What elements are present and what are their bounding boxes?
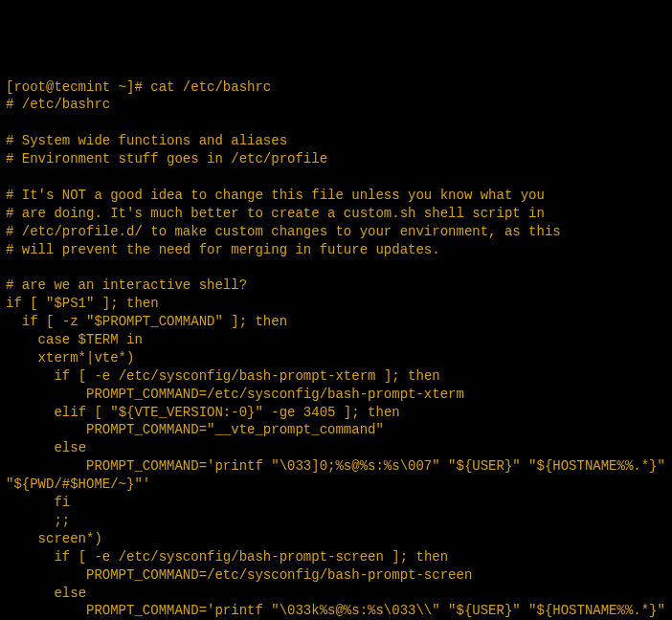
output-line: PROMPT_COMMAND="__vte_prompt_command"	[6, 422, 384, 437]
output-line: PROMPT_COMMAND=/etc/sysconfig/bash-promp…	[6, 387, 464, 402]
output-line: if [ -e /etc/sysconfig/bash-prompt-scree…	[6, 549, 448, 565]
output-line: # System wide functions and aliases	[6, 133, 287, 148]
output-line: # are we an interactive shell?	[6, 277, 247, 293]
output-line: # will prevent the need for merging in f…	[6, 242, 440, 257]
command-prompt: [root@tecmint ~]# cat /etc/bashrc	[6, 79, 271, 95]
output-line: else	[6, 586, 86, 601]
output-line: elif [ "${VTE_VERSION:-0}" -ge 3405 ]; t…	[6, 405, 400, 420]
output-line: xterm*|vte*)	[6, 350, 134, 365]
output-line: if [ -z "$PROMPT_COMMAND" ]; then	[6, 314, 287, 329]
output-line: # It's NOT a good idea to change this fi…	[6, 188, 545, 203]
output-line: if [ -e /etc/sysconfig/bash-prompt-xterm…	[6, 368, 440, 384]
output-line: fi	[6, 495, 70, 510]
output-line: PROMPT_COMMAND='printf "\033k%s@%s:%s\03…	[6, 603, 672, 620]
output-line: else	[6, 440, 86, 455]
output-line: case $TERM in	[6, 332, 143, 347]
terminal-output: [root@tecmint ~]# cat /etc/bashrc # /etc…	[6, 78, 666, 620]
output-line: screen*)	[6, 531, 102, 546]
output-line: if [ "$PS1" ]; then	[6, 296, 159, 311]
output-line: # /etc/bashrc	[6, 97, 110, 112]
output-line: PROMPT_COMMAND=/etc/sysconfig/bash-promp…	[6, 567, 472, 583]
output-line: # Environment stuff goes in /etc/profile	[6, 151, 327, 166]
output-line: # /etc/profile.d/ to make custom changes…	[6, 224, 561, 239]
output-line: PROMPT_COMMAND='printf "\033]0;%s@%s:%s\…	[6, 458, 672, 492]
output-line: ;;	[6, 513, 70, 528]
output-line: # are doing. It's much better to create …	[6, 206, 545, 221]
